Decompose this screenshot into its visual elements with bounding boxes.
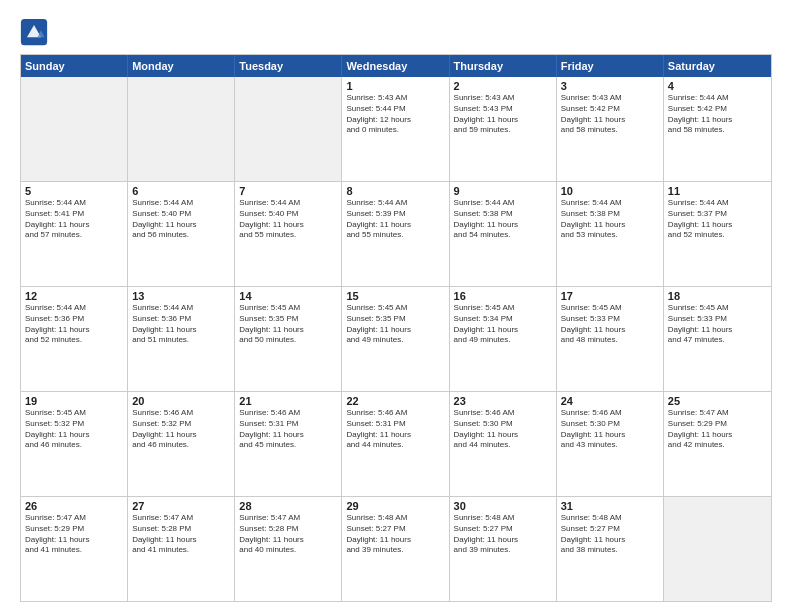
- day-info: Sunrise: 5:44 AM Sunset: 5:41 PM Dayligh…: [25, 198, 123, 241]
- day-info: Sunrise: 5:45 AM Sunset: 5:33 PM Dayligh…: [668, 303, 767, 346]
- logo: [20, 18, 52, 46]
- calendar-cell: 22Sunrise: 5:46 AM Sunset: 5:31 PM Dayli…: [342, 392, 449, 496]
- day-number: 22: [346, 395, 444, 407]
- calendar-row: 12Sunrise: 5:44 AM Sunset: 5:36 PM Dayli…: [21, 286, 771, 391]
- calendar-cell: 23Sunrise: 5:46 AM Sunset: 5:30 PM Dayli…: [450, 392, 557, 496]
- calendar-cell: 8Sunrise: 5:44 AM Sunset: 5:39 PM Daylig…: [342, 182, 449, 286]
- calendar-cell: 29Sunrise: 5:48 AM Sunset: 5:27 PM Dayli…: [342, 497, 449, 601]
- day-info: Sunrise: 5:45 AM Sunset: 5:32 PM Dayligh…: [25, 408, 123, 451]
- day-info: Sunrise: 5:46 AM Sunset: 5:31 PM Dayligh…: [346, 408, 444, 451]
- calendar-cell: 25Sunrise: 5:47 AM Sunset: 5:29 PM Dayli…: [664, 392, 771, 496]
- day-number: 12: [25, 290, 123, 302]
- calendar-cell: 9Sunrise: 5:44 AM Sunset: 5:38 PM Daylig…: [450, 182, 557, 286]
- day-info: Sunrise: 5:44 AM Sunset: 5:36 PM Dayligh…: [132, 303, 230, 346]
- day-info: Sunrise: 5:46 AM Sunset: 5:30 PM Dayligh…: [454, 408, 552, 451]
- day-number: 4: [668, 80, 767, 92]
- calendar-cell: 30Sunrise: 5:48 AM Sunset: 5:27 PM Dayli…: [450, 497, 557, 601]
- day-info: Sunrise: 5:47 AM Sunset: 5:29 PM Dayligh…: [668, 408, 767, 451]
- calendar-cell: 12Sunrise: 5:44 AM Sunset: 5:36 PM Dayli…: [21, 287, 128, 391]
- day-info: Sunrise: 5:47 AM Sunset: 5:29 PM Dayligh…: [25, 513, 123, 556]
- day-number: 16: [454, 290, 552, 302]
- calendar-cell: 18Sunrise: 5:45 AM Sunset: 5:33 PM Dayli…: [664, 287, 771, 391]
- calendar-row: 1Sunrise: 5:43 AM Sunset: 5:44 PM Daylig…: [21, 77, 771, 181]
- day-info: Sunrise: 5:43 AM Sunset: 5:44 PM Dayligh…: [346, 93, 444, 136]
- calendar-header: SundayMondayTuesdayWednesdayThursdayFrid…: [21, 55, 771, 77]
- day-info: Sunrise: 5:47 AM Sunset: 5:28 PM Dayligh…: [239, 513, 337, 556]
- day-number: 7: [239, 185, 337, 197]
- day-info: Sunrise: 5:44 AM Sunset: 5:38 PM Dayligh…: [561, 198, 659, 241]
- calendar-cell: 13Sunrise: 5:44 AM Sunset: 5:36 PM Dayli…: [128, 287, 235, 391]
- day-info: Sunrise: 5:44 AM Sunset: 5:36 PM Dayligh…: [25, 303, 123, 346]
- calendar-cell: 14Sunrise: 5:45 AM Sunset: 5:35 PM Dayli…: [235, 287, 342, 391]
- day-number: 23: [454, 395, 552, 407]
- calendar-cell: 10Sunrise: 5:44 AM Sunset: 5:38 PM Dayli…: [557, 182, 664, 286]
- day-info: Sunrise: 5:44 AM Sunset: 5:38 PM Dayligh…: [454, 198, 552, 241]
- day-info: Sunrise: 5:48 AM Sunset: 5:27 PM Dayligh…: [561, 513, 659, 556]
- calendar-cell: [664, 497, 771, 601]
- calendar-cell: [235, 77, 342, 181]
- calendar-cell: 31Sunrise: 5:48 AM Sunset: 5:27 PM Dayli…: [557, 497, 664, 601]
- calendar-cell: 19Sunrise: 5:45 AM Sunset: 5:32 PM Dayli…: [21, 392, 128, 496]
- day-number: 25: [668, 395, 767, 407]
- header: [20, 18, 772, 46]
- day-info: Sunrise: 5:48 AM Sunset: 5:27 PM Dayligh…: [346, 513, 444, 556]
- weekday-header: Thursday: [450, 55, 557, 77]
- weekday-header: Sunday: [21, 55, 128, 77]
- calendar-body: 1Sunrise: 5:43 AM Sunset: 5:44 PM Daylig…: [21, 77, 771, 601]
- day-info: Sunrise: 5:46 AM Sunset: 5:32 PM Dayligh…: [132, 408, 230, 451]
- calendar-cell: 17Sunrise: 5:45 AM Sunset: 5:33 PM Dayli…: [557, 287, 664, 391]
- calendar-cell: 16Sunrise: 5:45 AM Sunset: 5:34 PM Dayli…: [450, 287, 557, 391]
- day-number: 30: [454, 500, 552, 512]
- logo-icon: [20, 18, 48, 46]
- day-info: Sunrise: 5:44 AM Sunset: 5:42 PM Dayligh…: [668, 93, 767, 136]
- weekday-header: Wednesday: [342, 55, 449, 77]
- calendar-row: 5Sunrise: 5:44 AM Sunset: 5:41 PM Daylig…: [21, 181, 771, 286]
- day-number: 24: [561, 395, 659, 407]
- day-number: 6: [132, 185, 230, 197]
- day-number: 31: [561, 500, 659, 512]
- calendar-row: 19Sunrise: 5:45 AM Sunset: 5:32 PM Dayli…: [21, 391, 771, 496]
- day-number: 5: [25, 185, 123, 197]
- day-info: Sunrise: 5:43 AM Sunset: 5:42 PM Dayligh…: [561, 93, 659, 136]
- day-number: 26: [25, 500, 123, 512]
- calendar-cell: 21Sunrise: 5:46 AM Sunset: 5:31 PM Dayli…: [235, 392, 342, 496]
- day-number: 17: [561, 290, 659, 302]
- day-number: 3: [561, 80, 659, 92]
- day-number: 28: [239, 500, 337, 512]
- calendar-cell: [21, 77, 128, 181]
- day-number: 1: [346, 80, 444, 92]
- calendar-cell: 26Sunrise: 5:47 AM Sunset: 5:29 PM Dayli…: [21, 497, 128, 601]
- day-info: Sunrise: 5:47 AM Sunset: 5:28 PM Dayligh…: [132, 513, 230, 556]
- day-info: Sunrise: 5:44 AM Sunset: 5:39 PM Dayligh…: [346, 198, 444, 241]
- calendar-cell: 7Sunrise: 5:44 AM Sunset: 5:40 PM Daylig…: [235, 182, 342, 286]
- calendar-cell: 3Sunrise: 5:43 AM Sunset: 5:42 PM Daylig…: [557, 77, 664, 181]
- day-info: Sunrise: 5:45 AM Sunset: 5:34 PM Dayligh…: [454, 303, 552, 346]
- weekday-header: Friday: [557, 55, 664, 77]
- day-info: Sunrise: 5:44 AM Sunset: 5:37 PM Dayligh…: [668, 198, 767, 241]
- day-number: 18: [668, 290, 767, 302]
- day-info: Sunrise: 5:43 AM Sunset: 5:43 PM Dayligh…: [454, 93, 552, 136]
- day-number: 15: [346, 290, 444, 302]
- weekday-header: Monday: [128, 55, 235, 77]
- calendar-cell: 11Sunrise: 5:44 AM Sunset: 5:37 PM Dayli…: [664, 182, 771, 286]
- calendar: SundayMondayTuesdayWednesdayThursdayFrid…: [20, 54, 772, 602]
- day-info: Sunrise: 5:48 AM Sunset: 5:27 PM Dayligh…: [454, 513, 552, 556]
- day-number: 11: [668, 185, 767, 197]
- day-number: 8: [346, 185, 444, 197]
- day-info: Sunrise: 5:46 AM Sunset: 5:30 PM Dayligh…: [561, 408, 659, 451]
- day-number: 27: [132, 500, 230, 512]
- calendar-cell: 5Sunrise: 5:44 AM Sunset: 5:41 PM Daylig…: [21, 182, 128, 286]
- day-number: 9: [454, 185, 552, 197]
- calendar-row: 26Sunrise: 5:47 AM Sunset: 5:29 PM Dayli…: [21, 496, 771, 601]
- day-number: 29: [346, 500, 444, 512]
- weekday-header: Saturday: [664, 55, 771, 77]
- day-number: 13: [132, 290, 230, 302]
- calendar-cell: 4Sunrise: 5:44 AM Sunset: 5:42 PM Daylig…: [664, 77, 771, 181]
- calendar-cell: 1Sunrise: 5:43 AM Sunset: 5:44 PM Daylig…: [342, 77, 449, 181]
- page: SundayMondayTuesdayWednesdayThursdayFrid…: [0, 0, 792, 612]
- day-number: 2: [454, 80, 552, 92]
- calendar-cell: 20Sunrise: 5:46 AM Sunset: 5:32 PM Dayli…: [128, 392, 235, 496]
- day-info: Sunrise: 5:45 AM Sunset: 5:35 PM Dayligh…: [239, 303, 337, 346]
- day-info: Sunrise: 5:45 AM Sunset: 5:35 PM Dayligh…: [346, 303, 444, 346]
- day-number: 10: [561, 185, 659, 197]
